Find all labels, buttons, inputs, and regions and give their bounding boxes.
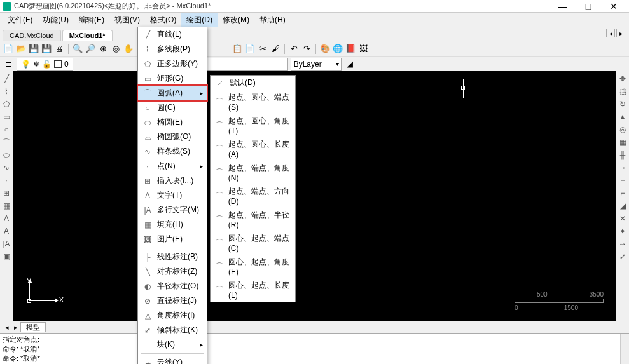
mirror-tool-icon[interactable]: ▲: [618, 112, 628, 122]
arc-default[interactable]: ⟋默认(D): [211, 76, 295, 90]
spline-tool-icon[interactable]: ∿: [1, 163, 11, 173]
stretch-tool-icon[interactable]: ↔: [618, 239, 628, 249]
layer-manager-icon[interactable]: ≣: [3, 58, 14, 70]
arc-csa[interactable]: ⌒圆心、起点、角度(E): [211, 255, 295, 278]
color-picker-icon[interactable]: ◢: [344, 58, 356, 70]
menu-polygon[interactable]: ⬠正多边形(Y): [138, 57, 207, 71]
arc-csl[interactable]: ⌒圆心、起点、长度(L): [211, 278, 295, 302]
menu-spline[interactable]: ∿样条线(S): [138, 144, 207, 159]
menu-mtext[interactable]: |A多行文字(M): [138, 203, 207, 217]
layout-prev-button[interactable]: ◂: [3, 323, 11, 332]
menu-arc[interactable]: ⌒圆弧(A)▸: [138, 86, 207, 100]
cut-icon[interactable]: ✂: [257, 43, 268, 55]
menu-point[interactable]: ·点(N)▸: [138, 159, 207, 173]
drawing-canvas[interactable]: Y X 500 3500 0 1500: [13, 71, 616, 321]
save-icon[interactable]: 💾: [28, 43, 39, 55]
menu-hatch[interactable]: ▦填充(H): [138, 217, 207, 232]
menu-line[interactable]: ╱直线(L): [138, 27, 207, 42]
pdf-icon[interactable]: 📕: [345, 43, 356, 55]
offset-tool-icon[interactable]: ◎: [618, 125, 628, 135]
zoom-prev-icon[interactable]: ◎: [110, 43, 121, 55]
trim-tool-icon[interactable]: ╫: [618, 150, 628, 160]
lineweight-selector[interactable]: ByLayer: [291, 58, 342, 71]
rotate-tool-icon[interactable]: ↻: [618, 99, 628, 109]
arc-sed[interactable]: ⌒起点、端点、方向(D): [211, 184, 295, 208]
command-window[interactable]: 指定对角点: 命令: *取消* 命令: *取消* 命令: *取消* 命令:: [0, 333, 629, 364]
tab-doc-1[interactable]: CAD.MxCloud: [3, 30, 61, 41]
scale-tool-icon[interactable]: ⤢: [618, 252, 628, 262]
arc-tool-icon[interactable]: ⌒: [1, 137, 11, 147]
menu-insert[interactable]: ⊞插入块(I...): [138, 173, 207, 188]
close-button[interactable]: ✕: [601, 0, 626, 13]
pline-tool-icon[interactable]: ⌇: [1, 86, 11, 97]
arc-sce[interactable]: ⌒起点、圆心、端点(S): [211, 90, 295, 114]
linetype-selector[interactable]: [205, 58, 288, 71]
polygon-tool-icon[interactable]: ⬠: [1, 99, 11, 109]
extend-tool-icon[interactable]: →: [618, 163, 628, 173]
menu-image[interactable]: 🖼图片(E): [138, 232, 207, 246]
menu-format[interactable]: 格式(O): [145, 13, 181, 27]
minimize-button[interactable]: —: [550, 0, 576, 13]
menu-text[interactable]: A文字(T): [138, 188, 207, 203]
menu-earc[interactable]: ⌓椭圆弧(O): [138, 130, 207, 144]
pan-icon[interactable]: ✋: [123, 43, 134, 55]
dim-tool-icon[interactable]: |A: [1, 239, 11, 249]
ellipse-tool-icon[interactable]: ⬭: [1, 150, 11, 160]
hatch-tool-icon[interactable]: ▦: [1, 201, 11, 211]
color-icon[interactable]: 🎨: [319, 43, 331, 55]
menu-lindim[interactable]: ├线性标注(B): [138, 250, 207, 264]
point-tool-icon[interactable]: ·: [1, 175, 11, 185]
menu-view[interactable]: 视图(V): [109, 13, 145, 27]
menu-block[interactable]: 块(K)▸: [138, 337, 207, 352]
circle-tool-icon[interactable]: ○: [1, 125, 11, 135]
image-icon[interactable]: 🖼: [357, 43, 369, 55]
explode-tool-icon[interactable]: ✦: [618, 226, 628, 236]
zoom-in-icon[interactable]: 🔎: [85, 43, 96, 55]
new-icon[interactable]: 📄: [3, 43, 14, 55]
menu-draw[interactable]: 绘图(D): [181, 13, 218, 27]
open-icon[interactable]: 📂: [15, 43, 27, 55]
text-tool-icon[interactable]: A: [1, 213, 11, 224]
menu-file[interactable]: 文件(F): [3, 13, 38, 27]
chamfer-tool-icon[interactable]: ◢: [618, 201, 628, 211]
menu-rect[interactable]: ▭矩形(G): [138, 71, 207, 86]
undo-icon[interactable]: ↶: [288, 43, 300, 55]
menu-adim[interactable]: ╲对齐标注(Z): [138, 264, 207, 279]
copy-tool-icon[interactable]: ⿻: [618, 86, 628, 97]
arc-ser[interactable]: ⌒起点、端点、半径(R): [211, 208, 295, 231]
arc-sca[interactable]: ⌒起点、圆心、角度(T): [211, 114, 295, 137]
break-tool-icon[interactable]: ╌: [618, 175, 628, 185]
mtext-tool-icon[interactable]: A: [1, 226, 11, 236]
arc-cse[interactable]: ⌒圆心、起点、端点(C): [211, 231, 295, 255]
menu-pline[interactable]: ⌇多线段(P): [138, 42, 207, 57]
menu-help[interactable]: 帮助(H): [254, 13, 291, 27]
rect-tool-icon[interactable]: ▭: [1, 112, 11, 122]
array-tool-icon[interactable]: ▦: [618, 137, 628, 147]
maximize-button[interactable]: □: [576, 0, 601, 13]
zoom-window-icon[interactable]: 🔍: [72, 43, 83, 55]
paste-icon[interactable]: 📄: [244, 43, 256, 55]
menu-circle[interactable]: ○圆(C): [138, 100, 207, 115]
tab-next-button[interactable]: ▸: [616, 29, 625, 37]
tab-doc-2[interactable]: MxCloud1*: [62, 30, 113, 41]
copy-icon[interactable]: 📋: [232, 43, 243, 55]
arc-sea[interactable]: ⌒起点、端点、角度(N): [211, 161, 295, 184]
menu-func[interactable]: 功能(U): [38, 13, 74, 27]
menu-obdim[interactable]: ⤢倾斜标注(K): [138, 323, 207, 337]
match-icon[interactable]: 🖌: [270, 43, 281, 55]
layout-next-button[interactable]: ▸: [11, 323, 20, 332]
menu-angdim[interactable]: △角度标注(I): [138, 308, 207, 323]
menu-cloud[interactable]: ☁云线(Y): [138, 355, 207, 364]
zoom-ext-icon[interactable]: ⊕: [97, 43, 109, 55]
redo-icon[interactable]: ↷: [301, 43, 312, 55]
layer-selector[interactable]: 💡 ❄ 🔓 0: [17, 58, 73, 71]
globe-icon[interactable]: 🌐: [332, 43, 343, 55]
insert-tool-icon[interactable]: ⊞: [1, 188, 11, 198]
saveas-icon[interactable]: 💾: [41, 43, 52, 55]
menu-ddim[interactable]: ⊘直径标注(J): [138, 293, 207, 308]
fillet-tool-icon[interactable]: ⌐: [618, 188, 628, 198]
model-tab[interactable]: 模型: [20, 322, 46, 332]
erase-tool-icon[interactable]: ✕: [618, 213, 628, 224]
menu-rdim[interactable]: ◐半径标注(O): [138, 279, 207, 293]
tab-prev-button[interactable]: ◂: [606, 29, 615, 37]
